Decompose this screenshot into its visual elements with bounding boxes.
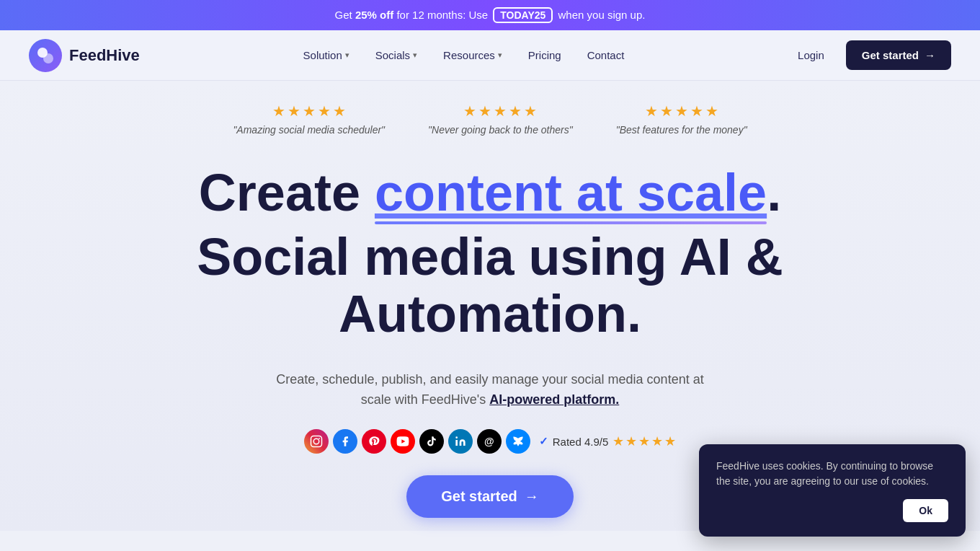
hero-description: Create, schedule, publish, and easily ma… bbox=[274, 369, 706, 411]
star: ★ bbox=[318, 102, 331, 120]
rating-star: ★ bbox=[638, 433, 650, 449]
nav-links: Solution ▾ Socials ▾ Resources ▾ Pricing… bbox=[293, 43, 635, 67]
svg-point-5 bbox=[455, 436, 458, 438]
tiktok-icon bbox=[419, 429, 444, 454]
review-text-1: "Amazing social media scheduler" bbox=[233, 124, 385, 136]
banner-mid-text: for 12 months: Use bbox=[393, 9, 491, 21]
star: ★ bbox=[303, 102, 316, 120]
svg-point-3 bbox=[313, 438, 319, 444]
reviews-row: ★ ★ ★ ★ ★ "Amazing social media schedule… bbox=[233, 102, 747, 136]
rating-star: ★ bbox=[625, 433, 637, 449]
hero-suffix: . bbox=[767, 164, 781, 221]
svg-point-1 bbox=[43, 53, 53, 63]
rating-star: ★★ bbox=[664, 433, 676, 449]
stars-2: ★ ★ ★ ★ ★ bbox=[463, 102, 537, 120]
rating-stars: ★ ★ ★ ★ ★★ bbox=[612, 433, 676, 449]
cookie-text: FeedHive uses cookies. By continuing to … bbox=[716, 459, 948, 489]
star: ★ bbox=[690, 102, 703, 120]
bluesky-icon bbox=[506, 429, 530, 454]
nav-pricing[interactable]: Pricing bbox=[518, 43, 571, 67]
nav-socials[interactable]: Socials ▾ bbox=[365, 43, 427, 67]
star: ★ bbox=[478, 102, 491, 120]
nav-solution[interactable]: Solution ▾ bbox=[293, 43, 360, 67]
star: ★ bbox=[705, 102, 718, 120]
linkedin-icon bbox=[448, 429, 473, 454]
hero-prefix: Create bbox=[199, 164, 375, 221]
svg-rect-2 bbox=[311, 436, 321, 447]
star: ★ bbox=[524, 102, 537, 120]
nav-get-started-label: Get started bbox=[862, 49, 919, 61]
hero-headline-line1: Create content at scale. bbox=[144, 164, 836, 221]
rating-star: ★ bbox=[651, 433, 663, 449]
cta-label: Get started bbox=[441, 488, 517, 505]
star: ★ bbox=[288, 102, 300, 120]
stars-1: ★ ★ ★ ★ ★ bbox=[272, 102, 346, 120]
nav-resources[interactable]: Resources ▾ bbox=[433, 43, 512, 67]
threads-icon: @ bbox=[477, 429, 502, 454]
star: ★ bbox=[660, 102, 673, 120]
rating-badge: ✓ Rated 4.9/5 ★ ★ ★ ★ ★★ bbox=[539, 433, 677, 449]
nav-get-started-arrow: → bbox=[925, 49, 935, 61]
cta-get-started-button[interactable]: Get started → bbox=[406, 475, 574, 518]
facebook-icon bbox=[333, 429, 357, 454]
logo-link[interactable]: FeedHive bbox=[29, 39, 140, 72]
star: ★ bbox=[509, 102, 522, 120]
cookie-ok-button[interactable]: Ok bbox=[903, 499, 948, 522]
banner-pre-text: Get bbox=[335, 9, 355, 21]
rating-label: Rated 4.9/5 bbox=[553, 436, 609, 448]
star: ★ bbox=[333, 102, 346, 120]
review-2: ★ ★ ★ ★ ★ "Never going back to the other… bbox=[428, 102, 573, 136]
promo-code-badge: TODAY25 bbox=[493, 7, 553, 23]
review-3: ★ ★ ★ ★ ★ "Best features for the money" bbox=[616, 102, 747, 136]
youtube-icon bbox=[391, 429, 415, 454]
review-text-2: "Never going back to the others" bbox=[428, 124, 573, 136]
review-1: ★ ★ ★ ★ ★ "Amazing social media schedule… bbox=[233, 102, 385, 136]
nav-get-started-button[interactable]: Get started → bbox=[846, 40, 951, 70]
review-text-3: "Best features for the money" bbox=[616, 124, 747, 136]
hero-highlight: content at scale bbox=[375, 164, 767, 221]
hero-desc-link[interactable]: AI-powered platform. bbox=[489, 392, 619, 407]
svg-point-4 bbox=[318, 438, 320, 439]
stars-3: ★ ★ ★ ★ ★ bbox=[645, 102, 718, 120]
social-icons: @ bbox=[304, 429, 530, 454]
social-rating-row: @ ✓ Rated 4.9/5 ★ ★ ★ ★ ★★ bbox=[304, 429, 677, 454]
star: ★ bbox=[645, 102, 658, 120]
cookie-banner: FeedHive uses cookies. By continuing to … bbox=[699, 444, 966, 537]
hero-headline-line2: Social media using AI & Automation. bbox=[144, 229, 836, 343]
rating-star: ★ bbox=[612, 433, 624, 449]
nav-contact[interactable]: Contact bbox=[577, 43, 635, 67]
star: ★ bbox=[494, 102, 507, 120]
main-nav: FeedHive Solution ▾ Socials ▾ Resources … bbox=[0, 30, 980, 81]
nav-right: Login Get started → bbox=[788, 40, 951, 70]
rating-check: ✓ bbox=[539, 435, 548, 448]
instagram-icon bbox=[304, 429, 329, 454]
logo-icon bbox=[29, 39, 62, 72]
login-button[interactable]: Login bbox=[788, 43, 834, 67]
star: ★ bbox=[675, 102, 688, 120]
banner-post-text: when you sign up. bbox=[555, 9, 645, 21]
banner-discount: 25% off bbox=[355, 9, 393, 21]
star: ★ bbox=[272, 102, 285, 120]
cta-arrow: → bbox=[525, 488, 539, 505]
hero-section: Create content at scale. Social media us… bbox=[144, 164, 836, 343]
pinterest-icon bbox=[362, 429, 386, 454]
star: ★ bbox=[463, 102, 476, 120]
promo-banner: Get 25% off for 12 months: Use TODAY25 w… bbox=[0, 0, 980, 30]
logo-text: FeedHive bbox=[69, 46, 140, 65]
